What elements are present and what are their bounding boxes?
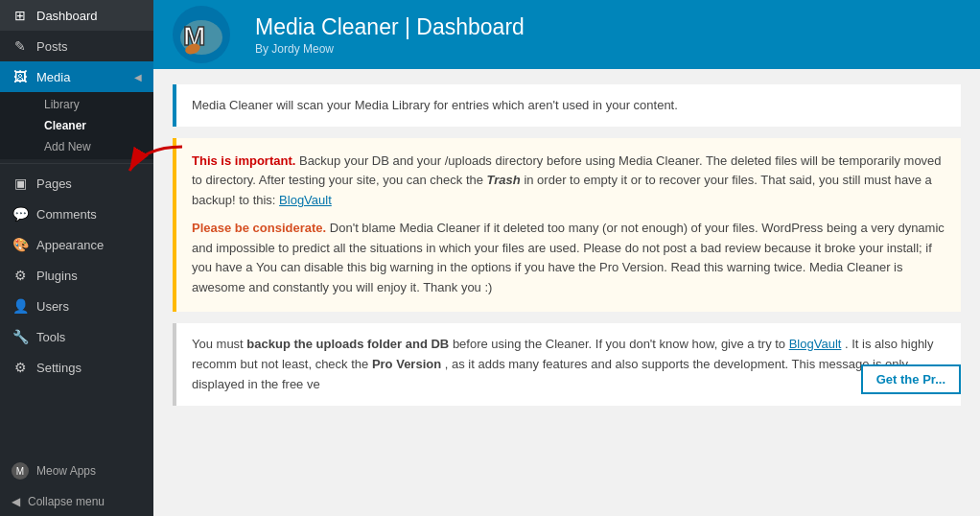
posts-icon: ✎: [12, 38, 29, 54]
sidebar-item-plugins[interactable]: ⚙ Plugins: [0, 260, 153, 291]
sidebar-item-label: Dashboard: [36, 9, 98, 23]
collapse-icon: ◀: [12, 495, 20, 508]
bottom-info-notice: You must backup the uploads folder and D…: [173, 323, 961, 406]
sidebar-item-label: Users: [36, 299, 69, 314]
users-icon: 👤: [12, 298, 29, 314]
sidebar-item-label: Tools: [36, 330, 65, 344]
sidebar-item-label: Pages: [36, 176, 72, 191]
divider: [0, 163, 153, 164]
warning-paragraph-2: Please be considerate. Don't blame Media…: [192, 219, 945, 298]
sidebar-item-appearance[interactable]: 🎨 Appearance: [0, 229, 153, 260]
sidebar-item-dashboard[interactable]: ⊞ Dashboard: [0, 0, 153, 31]
sidebar-item-settings[interactable]: ⚙ Settings: [0, 352, 153, 383]
comments-icon: 💬: [12, 206, 29, 222]
pages-icon: ▣: [12, 176, 29, 191]
warning-text-4: to this:: [239, 193, 279, 207]
warning-text-2: directory. After testing your site, you …: [205, 173, 486, 187]
important-label: This is important.: [192, 153, 295, 168]
warning-text-8: you will enjoy it. Thank you :): [333, 280, 493, 294]
media-icon: 🖼: [12, 69, 29, 84]
sidebar-item-users[interactable]: 👤 Users: [0, 291, 153, 321]
blogvault-link-2[interactable]: BlogVault: [789, 337, 842, 351]
pro-version-bold: Pro Version: [372, 357, 441, 371]
bottom-text-4: but not least, check the: [241, 357, 372, 371]
sidebar-item-posts[interactable]: ✎ Posts: [0, 31, 153, 61]
sidebar-item-comments[interactable]: 💬 Comments: [0, 199, 153, 229]
tools-icon: 🔧: [12, 329, 29, 344]
content-area: Media Cleaner will scan your Media Libra…: [153, 69, 980, 516]
logo-svg: M: [175, 9, 228, 61]
header-text-block: Media Cleaner | Dashboard By Jordy Meow: [255, 14, 525, 56]
sidebar-item-tools[interactable]: 🔧 Tools: [0, 321, 153, 352]
sidebar-item-label: Plugins: [36, 269, 78, 283]
sidebar-item-label: Media: [36, 70, 70, 84]
sidebar-item-pages[interactable]: ▣ Pages: [0, 168, 153, 199]
bottom-text-2: before using the Cleaner. If you don't k…: [453, 337, 789, 351]
sidebar-item-label: Appearance: [36, 238, 104, 252]
plugins-icon: ⚙: [12, 268, 29, 283]
sidebar-item-label: Posts: [36, 39, 68, 54]
get-pro-button[interactable]: Get the Pr...: [861, 364, 961, 394]
sidebar: ⊞ Dashboard ✎ Posts 🖼 Media ◀ Library Cl…: [0, 0, 153, 516]
sidebar-bottom: M Meow Apps ◀ Collapse menu: [0, 455, 153, 516]
warning-paragraph-1: This is important. Backup your DB and yo…: [192, 152, 945, 211]
sidebar-item-label: Comments: [36, 207, 97, 222]
collapse-menu-button[interactable]: ◀ Collapse menu: [0, 487, 153, 516]
appearance-icon: 🎨: [12, 237, 29, 252]
bottom-info-paragraph: You must backup the uploads folder and D…: [192, 335, 945, 394]
meow-apps-avatar: M: [12, 462, 29, 480]
page-subtitle: By Jordy Meow: [255, 42, 525, 56]
sidebar-sub-library[interactable]: Library: [36, 94, 153, 115]
meow-apps-item[interactable]: M Meow Apps: [0, 455, 153, 487]
sidebar-item-label: Settings: [36, 361, 82, 375]
backup-bold: backup the uploads folder and DB: [246, 337, 449, 351]
sidebar-sub-add-new[interactable]: Add New: [36, 136, 153, 157]
warning-notice: This is important. Backup your DB and yo…: [173, 138, 961, 313]
page-title: Media Cleaner | Dashboard: [255, 14, 525, 40]
trash-label: Trash: [487, 173, 521, 187]
meow-apps-label: Meow Apps: [36, 464, 96, 478]
logo-circle: M: [173, 6, 230, 63]
page-header: M Media Cleaner | Dashboard By Jordy Meo…: [153, 0, 980, 69]
sidebar-item-media[interactable]: 🖼 Media ◀: [0, 61, 153, 92]
collapse-label: Collapse menu: [28, 495, 105, 508]
blogvault-link-1[interactable]: BlogVault: [279, 193, 332, 207]
bottom-text-1: You must: [192, 337, 246, 351]
media-submenu: Library Cleaner Add New: [0, 92, 153, 159]
considerate-label: Please be considerate.: [192, 221, 326, 235]
chevron-icon: ◀: [134, 72, 142, 82]
top-info-notice: Media Cleaner will scan your Media Libra…: [173, 84, 961, 127]
main-content: M Media Cleaner | Dashboard By Jordy Meo…: [153, 0, 980, 516]
plugin-logo: M: [173, 6, 240, 63]
settings-icon: ⚙: [12, 360, 29, 375]
top-info-text: Media Cleaner will scan your Media Libra…: [192, 98, 678, 112]
dashboard-icon: ⊞: [12, 8, 29, 23]
warning-text-7: You can disable this big warning in the …: [192, 260, 902, 294]
sidebar-sub-cleaner[interactable]: Cleaner: [36, 115, 153, 136]
